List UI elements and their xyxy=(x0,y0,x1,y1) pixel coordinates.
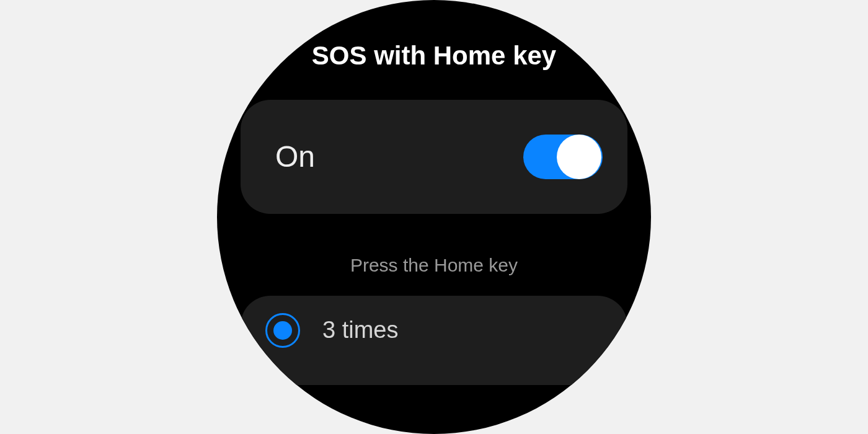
radio-inner xyxy=(273,321,292,340)
page-title: SOS with Home key xyxy=(217,40,651,73)
sos-toggle-label: On xyxy=(275,140,315,174)
option-3-times[interactable]: 3 times xyxy=(241,296,627,385)
sos-toggle-row[interactable]: On xyxy=(241,100,627,214)
option-label: 3 times xyxy=(322,317,398,343)
sos-toggle-switch[interactable] xyxy=(523,135,603,179)
radio-selected-icon xyxy=(265,313,300,348)
watch-face: SOS with Home key On Press the Home key … xyxy=(217,0,651,434)
section-label: Press the Home key xyxy=(217,255,651,276)
switch-knob xyxy=(557,135,601,179)
screen-content: SOS with Home key On Press the Home key … xyxy=(217,0,651,434)
